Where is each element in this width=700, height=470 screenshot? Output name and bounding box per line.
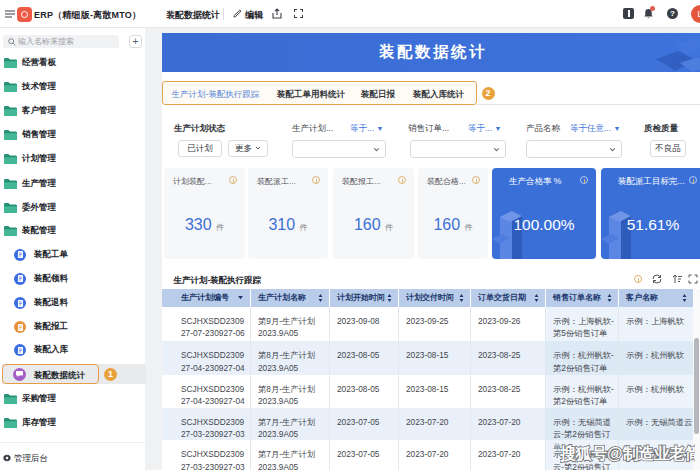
svg-text:搜狐号@制造业老简: 搜狐号@制造业老简 (560, 444, 695, 463)
